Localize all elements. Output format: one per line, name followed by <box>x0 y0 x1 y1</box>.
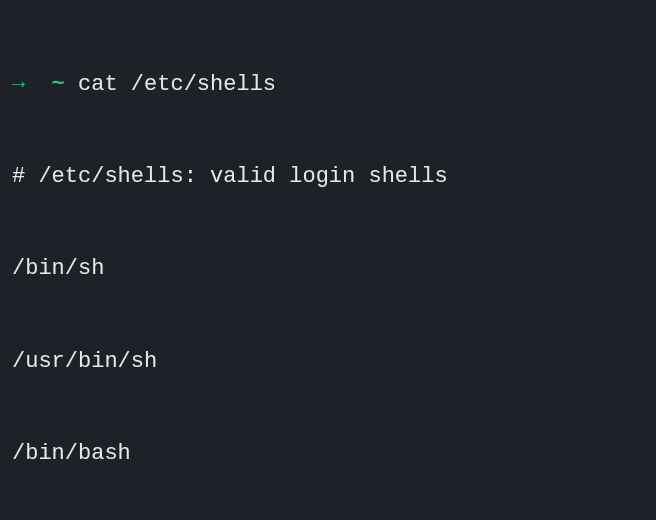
output-line: /usr/bin/sh <box>12 347 644 378</box>
command-text: cat /etc/shells <box>78 70 276 101</box>
output-line: /bin/bash <box>12 439 644 470</box>
prompt-arrow-icon: → <box>12 70 25 101</box>
prompt-cwd: ~ <box>52 70 65 101</box>
prompt-line-1: → ~ cat /etc/shells <box>12 70 644 101</box>
terminal-output[interactable]: → ~ cat /etc/shells # /etc/shells: valid… <box>12 8 644 520</box>
output-comment: # /etc/shells: valid login shells <box>12 162 644 193</box>
output-line: /bin/sh <box>12 254 644 285</box>
